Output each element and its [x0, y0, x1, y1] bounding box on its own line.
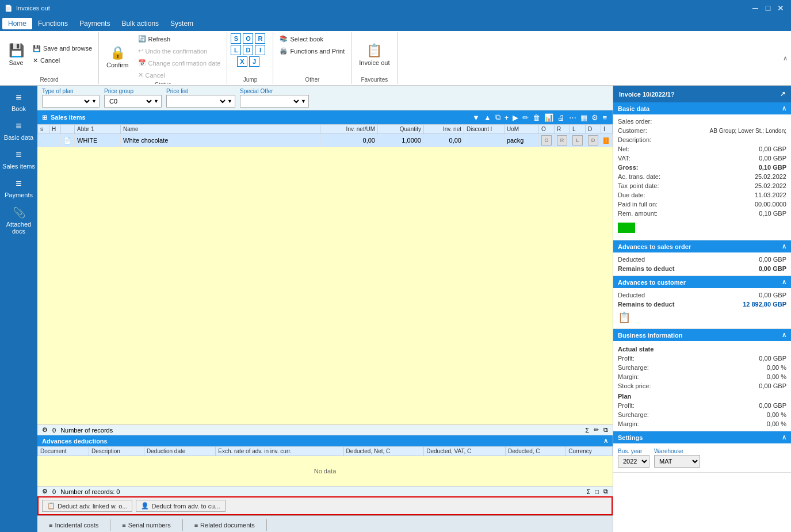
flag-i[interactable]: I — [603, 137, 609, 144]
tax-point-label: Tax point date: — [618, 182, 659, 189]
footer-tab-serial-numbers[interactable]: ≡ Serial numbers — [110, 519, 182, 531]
advances-settings-gear[interactable]: ⚙ — [42, 488, 48, 495]
undo-confirmation-button[interactable]: ↩ Undo the confirmation — [135, 45, 224, 56]
cancel-label: Cancel — [40, 57, 60, 64]
flag-o[interactable]: O — [541, 135, 552, 146]
ribbon-collapse-button[interactable]: ∧ — [779, 31, 791, 85]
jump-i[interactable]: I — [255, 45, 265, 55]
type-of-plan-dropdown[interactable] — [45, 97, 91, 105]
sidebar-item-payments[interactable]: ≡ Payments — [0, 174, 37, 202]
adv-col-description: Description — [89, 447, 144, 456]
sales-delete-icon[interactable]: 🗑 — [532, 113, 541, 123]
minimize-button[interactable]: ─ — [750, 2, 761, 14]
functions-print-button[interactable]: 🖨️ Functions and Print — [277, 45, 347, 56]
maximize-button[interactable]: □ — [762, 2, 774, 14]
jump-x[interactable]: X — [237, 56, 247, 67]
title-bar-controls: ─ □ ✕ — [750, 2, 786, 14]
jump-l[interactable]: L — [231, 45, 241, 55]
sales-menu-icon[interactable]: ≡ — [601, 113, 608, 123]
special-offer-select[interactable]: ▼ — [240, 95, 309, 108]
sales-up-icon[interactable]: ▲ — [483, 113, 492, 123]
close-button[interactable]: ✕ — [775, 2, 786, 14]
sidebar-item-sales-items[interactable]: ≡ Sales items — [0, 146, 37, 173]
price-group-dropdown[interactable]: C0 — [107, 97, 154, 105]
save-button[interactable]: 💾 Save — [3, 41, 29, 68]
sales-chart-icon[interactable]: 📊 — [543, 113, 555, 123]
field-ac-trans-date: Ac. trans. date: 25.02.2022 — [618, 172, 786, 181]
advances-doc-icon[interactable]: 📋 — [618, 312, 630, 323]
menu-system[interactable]: System — [165, 18, 199, 29]
menu-home[interactable]: Home — [2, 18, 32, 29]
cancel-button[interactable]: ✕ Cancel — [30, 55, 95, 66]
warehouse-select[interactable]: MAT — [654, 455, 700, 468]
footer-tab-related-documents[interactable]: ≡ Related documents — [183, 519, 267, 531]
sales-filter-icon[interactable]: ▼ — [471, 113, 481, 123]
sales-copy-icon2[interactable]: ⧉ — [603, 426, 608, 434]
footer-tab-incidental-costs[interactable]: ≡ Incidental costs — [37, 519, 110, 531]
advances-copy-icon[interactable]: ⧉ — [603, 488, 608, 495]
flag-d[interactable]: D — [588, 135, 598, 146]
sales-edit-icon2[interactable]: ✏ — [594, 426, 599, 434]
field-rem-amount: Rem. amount: 0,10 GBP — [618, 209, 786, 218]
menu-bulk-actions[interactable]: Bulk actions — [116, 18, 165, 29]
sales-settings-icon[interactable]: ⚙ — [590, 113, 599, 123]
sales-items-table-area: s H Abbr 1 Name Inv. net/UM Quantity Inv… — [37, 124, 613, 435]
special-offer-dropdown[interactable] — [243, 97, 301, 105]
menu-functions[interactable]: Functions — [32, 18, 74, 29]
plan-header: Plan — [618, 391, 786, 401]
sales-edit-icon[interactable]: ✏ — [521, 113, 530, 123]
business-info-header: Business information ∧ — [613, 329, 791, 341]
flag-l[interactable]: L — [572, 135, 583, 146]
table-row[interactable]: 📄 WHITE White chocolate 0,00 1,0000 0,00… — [38, 134, 613, 147]
settings-collapse[interactable]: ∧ — [782, 434, 786, 441]
business-info-collapse[interactable]: ∧ — [782, 331, 786, 339]
save-browse-button[interactable]: 💾 Save and browse — [30, 43, 95, 54]
sales-sum-icon[interactable]: Σ — [585, 427, 589, 434]
refresh-button[interactable]: 🔄 Refresh — [135, 33, 224, 44]
confirm-button[interactable]: 🔒 Confirm — [102, 43, 133, 71]
advances-square1[interactable]: □ — [595, 488, 599, 495]
sidebar-item-basic-data[interactable]: ≡ Basic data — [0, 117, 37, 144]
status-cancel-button[interactable]: ✕ Cancel — [135, 70, 224, 81]
advances-sum-icon[interactable]: Σ — [587, 488, 591, 495]
field-deducted-so: Deducted 0,00 GBP — [618, 255, 786, 264]
menu-payments[interactable]: Payments — [74, 18, 116, 29]
jump-s[interactable]: S — [231, 33, 241, 44]
flag-r[interactable]: R — [557, 135, 567, 146]
bus-year-select[interactable]: 2022 — [618, 455, 649, 468]
price-list-select[interactable]: ▼ — [166, 95, 235, 108]
price-group-select[interactable]: C0 ▼ — [104, 95, 162, 108]
advances-collapse[interactable]: ∧ — [603, 437, 608, 445]
confirm-label: Confirm — [106, 62, 129, 68]
sales-settings-gear[interactable]: ⚙ — [42, 426, 48, 434]
jump-d[interactable]: D — [243, 45, 253, 55]
deduct-customer-button[interactable]: 👤 Deduct from adv. to cu... — [136, 500, 225, 512]
sales-print-icon[interactable]: 🖨 — [556, 113, 566, 123]
sales-items-table-container[interactable]: s H Abbr 1 Name Inv. net/UM Quantity Inv… — [37, 124, 613, 424]
type-of-plan-select[interactable]: ▼ — [42, 95, 100, 108]
invoice-out-favourite[interactable]: 📋 Invoice out — [355, 41, 393, 68]
refresh-label: Refresh — [148, 36, 171, 43]
sales-more-icon[interactable]: ⋯ — [568, 113, 578, 123]
advances-customer-collapse[interactable]: ∧ — [782, 278, 786, 286]
basic-data-header-label: Basic data — [618, 105, 649, 112]
sales-add-icon[interactable]: + — [503, 113, 510, 123]
sales-copy-icon[interactable]: ⧉ — [494, 112, 502, 123]
basic-data-collapse[interactable]: ∧ — [782, 105, 786, 112]
select-book-label: Select book — [290, 36, 323, 43]
functions-print-icon: 🖨️ — [280, 47, 288, 55]
deduct-linked-button[interactable]: 📋 Deduct adv. linked w. o... — [42, 500, 132, 512]
jump-r[interactable]: R — [255, 33, 265, 44]
select-book-button[interactable]: 📚 Select book — [277, 33, 347, 44]
advances-sales-order-collapse[interactable]: ∧ — [782, 243, 786, 250]
sidebar-item-book[interactable]: ≡ Book — [0, 88, 37, 116]
sales-barcode-icon[interactable]: ▦ — [579, 113, 589, 123]
sales-play-icon[interactable]: ▶ — [511, 113, 519, 123]
jump-o[interactable]: O — [243, 33, 253, 44]
price-list-dropdown[interactable] — [169, 97, 227, 105]
external-link-icon[interactable]: ↗ — [780, 90, 785, 98]
sidebar-item-attached-docs[interactable]: 📎 Attached docs — [0, 203, 37, 238]
jump-j[interactable]: J — [249, 56, 259, 67]
change-date-button[interactable]: 📅 Change confirmation date — [135, 58, 224, 68]
advances-header-row: Document Description Deduction date Exch… — [38, 447, 613, 456]
